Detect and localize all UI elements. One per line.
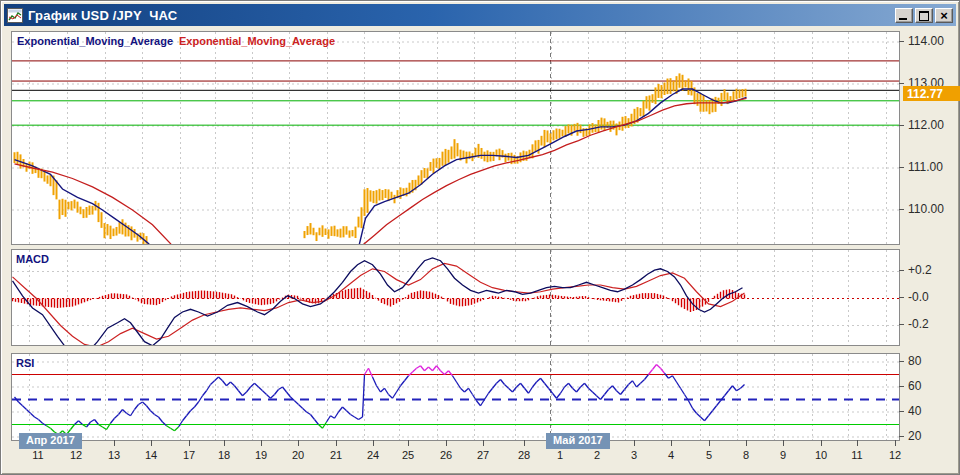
x-axis-tick [634, 440, 635, 446]
macd-axis-label: -0.2 [908, 317, 929, 331]
x-axis-day-label: 24 [360, 449, 386, 461]
rsi-axis-tick [899, 386, 904, 387]
macd-axis-label: -0.0 [908, 290, 929, 304]
x-axis-day-label: 14 [138, 449, 164, 461]
price-axis-label: 110.00 [908, 202, 944, 216]
x-axis-tick [298, 440, 299, 446]
x-axis-day-label: 9 [770, 449, 796, 461]
chart-icon [7, 8, 23, 23]
x-axis-tick [821, 440, 822, 446]
x-axis-day-label: 2 [584, 449, 610, 461]
x-axis-tick [709, 440, 710, 446]
x-axis-tick [408, 440, 409, 446]
x-axis-day-label: 12 [882, 449, 908, 461]
x-axis-day-label: 17 [176, 449, 202, 461]
rsi-axis-tick [899, 361, 904, 362]
x-axis-tick [373, 440, 374, 446]
x-axis-tick [857, 440, 858, 446]
macd-axis-tick [899, 270, 904, 271]
rsi-axis-tick [899, 411, 904, 412]
macd-axis-tick [899, 297, 904, 298]
price-axis-tick [899, 167, 904, 168]
x-axis-day-label: 26 [433, 449, 459, 461]
price-axis-tick [899, 125, 904, 126]
x-axis-day-label: 11 [25, 449, 51, 461]
price-axis: 114.00113.00112.00111.00110.00+0.2-0.0-0… [902, 1, 958, 475]
x-axis-tick [189, 440, 190, 446]
x-axis-tick [261, 440, 262, 446]
x-axis-day-label: 20 [285, 449, 311, 461]
price-axis-label: 112.00 [908, 118, 944, 132]
macd-axis-label: +0.2 [908, 263, 932, 277]
x-axis-day-label: 10 [808, 449, 834, 461]
ema-fast-label: Exponential_Moving_Average [17, 35, 173, 47]
price-axis-label: 111.00 [908, 160, 943, 174]
rsi-axis-label: 40 [908, 404, 921, 418]
macd-label: MACD [16, 253, 49, 265]
x-axis-tick [895, 440, 896, 446]
x-axis-day-label: 13 [101, 449, 127, 461]
x-axis-day-label: 1 [547, 449, 573, 461]
ema-slow-label: Exponential_Moving_Average [179, 35, 335, 47]
rsi-axis-label: 80 [908, 354, 921, 368]
price-axis-tick [899, 209, 904, 210]
current-price-badge: 112.77 [903, 86, 960, 101]
x-axis-day-label: 27 [470, 449, 496, 461]
x-axis-day-label: 25 [395, 449, 421, 461]
x-axis-tick [151, 440, 152, 446]
x-axis-day-label: 5 [696, 449, 722, 461]
price-axis-label: 114.00 [908, 34, 944, 48]
x-axis-tick [783, 440, 784, 446]
window-title: График USD /JPY ЧАС [28, 8, 895, 23]
x-axis-day-label: 21 [323, 449, 349, 461]
titlebar[interactable]: График USD /JPY ЧАС × [4, 4, 956, 26]
x-axis: 1112131417181920212425262728123458910111… [11, 449, 911, 467]
rsi-plot[interactable]: RSI [11, 353, 900, 441]
x-axis-tick [671, 440, 672, 446]
rsi-label: RSI [16, 357, 34, 369]
price-axis-tick [899, 41, 904, 42]
price-axis-tick [899, 83, 904, 84]
rsi-axis-tick [899, 436, 904, 437]
x-axis-tick [446, 440, 447, 446]
x-axis-tick [483, 440, 484, 446]
x-axis-day-label: 18 [211, 449, 237, 461]
macd-plot[interactable]: MACD [11, 249, 900, 346]
main-chart-plot[interactable]: Exponential_Moving_Average Exponential_M… [11, 31, 900, 245]
x-axis-tick [746, 440, 747, 446]
app-window: График USD /JPY ЧАС × Exponential_Moving… [0, 0, 960, 475]
rsi-axis-label: 60 [908, 379, 921, 393]
x-axis-ticks [11, 440, 911, 447]
x-axis-tick [114, 440, 115, 446]
x-axis-day-label: 3 [621, 449, 647, 461]
x-axis-day-label: 28 [511, 449, 537, 461]
x-axis-day-label: 8 [733, 449, 759, 461]
month-badge-april: Апр 2017 [19, 433, 82, 449]
x-axis-day-label: 11 [844, 449, 870, 461]
macd-axis-tick [899, 324, 904, 325]
x-axis-tick [336, 440, 337, 446]
x-axis-day-label: 4 [658, 449, 684, 461]
x-axis-day-label: 19 [248, 449, 274, 461]
month-badge-may: Май 2017 [546, 433, 610, 449]
x-axis-day-label: 12 [63, 449, 89, 461]
x-axis-tick [224, 440, 225, 446]
x-axis-tick [524, 440, 525, 446]
